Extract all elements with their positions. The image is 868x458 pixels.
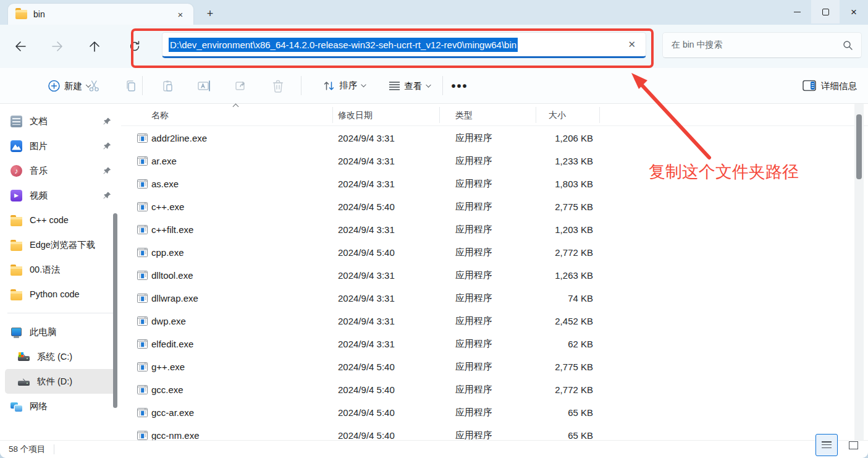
column-header-row: 名称 修改日期 类型 大小	[121, 104, 868, 126]
copy-button[interactable]	[124, 79, 138, 93]
paste-button[interactable]	[161, 79, 175, 93]
address-bar[interactable]: D:\dev_environment\x86_64-14.2.0-release…	[162, 32, 646, 58]
sidebar-quick-item[interactable]: Python code	[5, 282, 116, 307]
file-row[interactable]: dlltool.exe 2024/9/4 3:31 应用程序 1,263 KB	[121, 264, 854, 287]
file-row[interactable]: dwp.exe 2024/9/4 3:31 应用程序 2,452 KB	[121, 310, 854, 333]
file-row[interactable]: elfedit.exe 2024/9/4 3:31 应用程序 62 KB	[121, 333, 854, 355]
maximize-button[interactable]	[811, 0, 840, 23]
sidebar-quick-item[interactable]: Edge浏览器下载	[5, 232, 116, 257]
sidebar-tree-item[interactable]: 系统 (C:)	[5, 344, 116, 369]
icons-view-toggle[interactable]	[842, 434, 864, 456]
file-row[interactable]: gcc.exe 2024/9/4 5:40 应用程序 2,772 KB	[121, 378, 854, 401]
view-button[interactable]: 查看	[389, 80, 431, 91]
sidebar-tree-item[interactable]: 软件 (D:)	[5, 369, 116, 394]
address-selected-text: D:\dev_environment\x86_64-14.2.0-release…	[169, 38, 518, 52]
address-clear-icon[interactable]: ✕	[624, 38, 639, 51]
scrollbar-thumb[interactable]	[856, 114, 862, 179]
tab-close-icon[interactable]: ×	[174, 7, 187, 21]
forward-button[interactable]	[47, 36, 68, 57]
copy-icon	[124, 79, 138, 93]
minimize-icon	[794, 12, 801, 12]
file-row[interactable]: dllwrap.exe 2024/9/4 3:31 应用程序 74 KB	[121, 287, 854, 310]
file-date: 2024/9/4 3:31	[338, 156, 395, 166]
file-row[interactable]: c++.exe 2024/9/4 5:40 应用程序 2,775 KB	[121, 195, 854, 218]
file-size: 65 KB	[476, 430, 593, 440]
new-button[interactable]: 新建	[48, 80, 90, 91]
exe-file-icon	[137, 408, 148, 417]
file-size: 2,772 KB	[476, 247, 593, 258]
file-name: dlltool.exe	[151, 270, 193, 281]
details-pane-button[interactable]: 详细信息	[803, 80, 857, 91]
cut-button[interactable]	[88, 79, 101, 93]
sidebar-item-label: 网络	[30, 401, 48, 412]
toolbar-divider	[442, 76, 443, 95]
view-label: 查看	[405, 80, 423, 91]
column-divider[interactable]	[599, 107, 600, 123]
tab-bin[interactable]: bin ×	[8, 4, 193, 25]
exe-file-icon	[137, 339, 148, 349]
file-row[interactable]: c++filt.exe 2024/9/4 3:31 应用程序 1,203 KB	[121, 218, 854, 241]
file-size: 2,775 KB	[476, 362, 593, 372]
file-row[interactable]: cpp.exe 2024/9/4 5:40 应用程序 2,772 KB	[121, 241, 854, 264]
minimize-button[interactable]	[783, 0, 811, 23]
cut-icon	[88, 79, 101, 93]
search-placeholder: 在 bin 中搜索	[672, 40, 843, 51]
sidebar-quick-item[interactable]: 视频	[5, 183, 116, 208]
file-row[interactable]: gcc-ar.exe 2024/9/4 5:40 应用程序 65 KB	[121, 401, 854, 424]
navigation-bar: D:\dev_environment\x86_64-14.2.0-release…	[0, 25, 868, 68]
sidebar-scrollbar-thumb[interactable]	[113, 213, 117, 408]
sidebar-item-label: C++ code	[30, 215, 69, 225]
sidebar-item-icon	[11, 291, 22, 300]
file-row[interactable]: gcc-nm.exe 2024/9/4 5:40 应用程序 65 KB	[121, 424, 854, 440]
file-date: 2024/9/4 3:31	[338, 224, 395, 235]
sidebar-item-label: Edge浏览器下载	[30, 239, 95, 251]
column-divider[interactable]	[536, 107, 536, 123]
pin-icon	[103, 192, 111, 200]
share-button[interactable]	[234, 79, 248, 93]
column-type[interactable]: 类型	[455, 110, 473, 121]
sidebar-quick-item[interactable]: 文档	[5, 109, 116, 134]
up-button[interactable]	[84, 36, 105, 57]
file-date: 2024/9/4 3:31	[338, 293, 395, 303]
file-name: c++.exe	[151, 201, 184, 212]
column-divider[interactable]	[332, 107, 333, 123]
column-name[interactable]: 名称	[151, 110, 169, 121]
scrollbar-track[interactable]	[854, 104, 864, 440]
sidebar-tree-item[interactable]: 此电脑	[5, 320, 116, 344]
file-row[interactable]: addr2line.exe 2024/9/4 3:31 应用程序 1,206 K…	[121, 127, 854, 150]
file-size: 62 KB	[476, 339, 593, 349]
file-size: 2,772 KB	[476, 384, 593, 395]
sidebar-item-icon	[11, 217, 22, 226]
sidebar-item-label: 文档	[30, 116, 48, 127]
file-date: 2024/9/4 3:31	[338, 179, 395, 189]
exe-file-icon	[137, 362, 148, 371]
new-tab-button[interactable]: +	[201, 5, 219, 22]
search-box[interactable]: 在 bin 中搜索	[662, 32, 862, 58]
column-divider[interactable]	[439, 107, 440, 123]
exe-file-icon	[137, 179, 148, 189]
items-count: 58 个项目	[9, 444, 45, 455]
sidebar-item-label: 此电脑	[30, 326, 57, 338]
sidebar-quick-item[interactable]: 00.语法	[5, 257, 116, 282]
sidebar-tree-item[interactable]: 网络	[5, 394, 116, 418]
view-icon	[389, 81, 400, 91]
file-date: 2024/9/4 5:40	[338, 201, 395, 212]
sidebar-quick-item[interactable]: C++ code	[5, 208, 116, 232]
sidebar-quick-item[interactable]: 图片	[5, 134, 116, 158]
file-row[interactable]: g++.exe 2024/9/4 5:40 应用程序 2,775 KB	[121, 355, 854, 378]
back-button[interactable]	[10, 36, 31, 57]
file-size: 65 KB	[476, 407, 593, 418]
refresh-button[interactable]	[124, 36, 145, 57]
sidebar-quick-item[interactable]: 音乐	[5, 158, 116, 183]
file-name: c++filt.exe	[151, 224, 193, 235]
more-button[interactable]: •••	[451, 78, 468, 93]
sidebar-item-icon	[11, 326, 22, 338]
details-view-toggle[interactable]	[815, 434, 838, 456]
delete-button[interactable]	[272, 79, 284, 93]
details-view-icon	[822, 441, 832, 449]
sort-button[interactable]: 排序	[323, 80, 366, 92]
column-size[interactable]: 大小	[549, 110, 566, 121]
rename-button[interactable]	[197, 79, 212, 93]
column-date[interactable]: 修改日期	[338, 110, 373, 121]
close-button[interactable]: ×	[840, 0, 868, 23]
